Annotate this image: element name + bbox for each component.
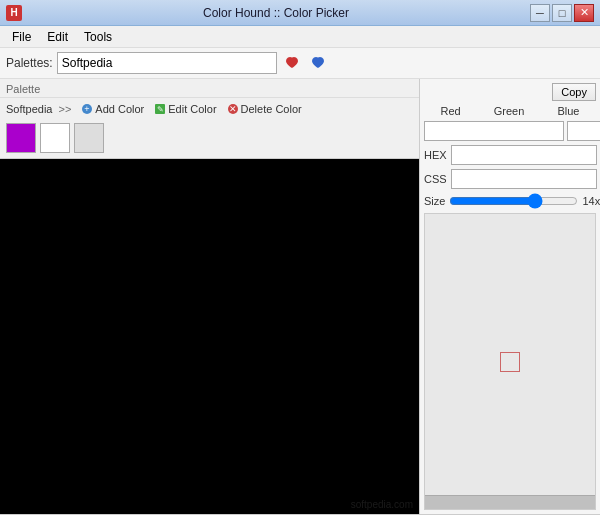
css-row: CSS Copy <box>424 169 596 189</box>
svg-text:✕: ✕ <box>229 104 237 114</box>
canvas-watermark: softpedia.com <box>351 499 413 510</box>
rgb-header-row: Red Green Blue <box>424 105 596 117</box>
svg-text:+: + <box>85 104 90 114</box>
preview-box <box>424 213 596 510</box>
palette-swatches-row: Softpedia >> + Add Color ✎ Edit Color ✕ … <box>0 98 419 120</box>
menu-edit[interactable]: Edit <box>39 28 76 46</box>
hex-label: HEX <box>424 149 447 161</box>
palettes-label: Palettes: <box>6 56 53 70</box>
swatch-white[interactable] <box>40 123 70 153</box>
swatch-lightgray[interactable] <box>74 123 104 153</box>
menu-file[interactable]: File <box>4 28 39 46</box>
delete-color-button[interactable]: ✕ Delete Color <box>223 102 306 116</box>
svg-text:✎: ✎ <box>157 105 164 114</box>
hex-input[interactable] <box>451 145 597 165</box>
green-label: Green <box>494 105 525 117</box>
title-bar: H Color Hound :: Color Picker ─ □ ✕ <box>0 0 600 26</box>
preview-bottom-bar <box>425 495 595 509</box>
size-value: 14x <box>582 195 600 207</box>
softpedia-palette-label: Softpedia <box>6 103 52 115</box>
palette-header-label: Palette <box>6 83 40 95</box>
size-slider[interactable] <box>449 193 578 209</box>
close-button[interactable]: ✕ <box>574 4 594 22</box>
app-icon: H <box>6 5 22 21</box>
preview-inner <box>500 352 520 372</box>
edit-color-button[interactable]: ✎ Edit Color <box>150 102 220 116</box>
arrow-label: >> <box>58 103 71 115</box>
main-content: Palette Softpedia >> + Add Color ✎ Edit … <box>0 79 600 514</box>
rgb-inputs-row <box>424 121 596 141</box>
palette-icon-2[interactable] <box>307 52 329 74</box>
add-color-button[interactable]: + Add Color <box>77 102 148 116</box>
swatch-purple[interactable] <box>6 123 36 153</box>
blue-label: Blue <box>557 105 579 117</box>
palettes-combo[interactable] <box>57 52 277 74</box>
menu-tools[interactable]: Tools <box>76 28 120 46</box>
palette-icon-1[interactable] <box>281 52 303 74</box>
main-copy-button[interactable]: Copy <box>552 83 596 101</box>
css-input[interactable] <box>451 169 597 189</box>
maximize-button[interactable]: □ <box>552 4 572 22</box>
canvas-area[interactable]: softpedia.com <box>0 159 419 514</box>
title-bar-text: Color Hound :: Color Picker <box>22 6 530 20</box>
copy-btn-row: Copy <box>424 83 596 101</box>
title-bar-controls: ─ □ ✕ <box>530 4 594 22</box>
green-input[interactable] <box>567 121 600 141</box>
menu-bar: File Edit Tools <box>0 26 600 48</box>
palette-header: Palette <box>0 81 419 98</box>
palettes-row: Palettes: <box>0 48 600 79</box>
size-label: Size <box>424 195 445 207</box>
red-label: Red <box>441 105 461 117</box>
left-panel: Palette Softpedia >> + Add Color ✎ Edit … <box>0 79 420 514</box>
red-input[interactable] <box>424 121 564 141</box>
css-label: CSS <box>424 173 447 185</box>
size-row: Size 14x <box>424 193 596 209</box>
right-panel: Copy Red Green Blue HEX Copy CSS Copy Si… <box>420 79 600 514</box>
palette-section: Palette Softpedia >> + Add Color ✎ Edit … <box>0 79 419 159</box>
hex-row: HEX Copy <box>424 145 596 165</box>
minimize-button[interactable]: ─ <box>530 4 550 22</box>
